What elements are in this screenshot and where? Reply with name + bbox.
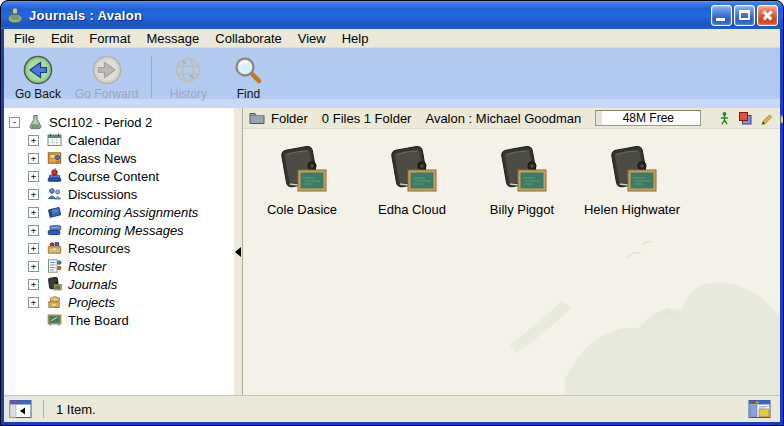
status-separator bbox=[43, 400, 44, 418]
menu-bar: File Edit Format Message Collaborate Vie… bbox=[4, 29, 780, 48]
tree-item-label: Incoming Messages bbox=[68, 223, 184, 238]
app-window: Journals : Avalon File Edit Format Messa… bbox=[0, 0, 784, 426]
toolbar: Go Back Go Forward History Find bbox=[4, 48, 780, 108]
tree-root-sci102[interactable]: - SCI102 - Period 2 bbox=[4, 113, 234, 131]
window-title: Journals : Avalon bbox=[29, 8, 711, 23]
expand-toggle[interactable]: + bbox=[28, 153, 39, 164]
owner-label: Avalon : Michael Goodman bbox=[425, 111, 581, 126]
incoming-messages-icon bbox=[46, 222, 63, 238]
tree-item-the-board[interactable]: The Board bbox=[4, 311, 234, 329]
tree-item-label: Incoming Assignments bbox=[68, 205, 198, 220]
expand-toggle[interactable]: + bbox=[28, 207, 39, 218]
collapse-arrow-icon[interactable] bbox=[235, 247, 241, 257]
journal-item-edha-cloud[interactable]: Edha Cloud bbox=[357, 143, 467, 217]
tree-item-calendar[interactable]: + Calendar bbox=[4, 131, 234, 149]
go-forward-button: Go Forward bbox=[68, 52, 145, 102]
title-bar[interactable]: Journals : Avalon bbox=[1, 1, 783, 29]
expand-toggle[interactable]: + bbox=[28, 135, 39, 146]
layers-icon[interactable] bbox=[738, 111, 753, 126]
projects-icon bbox=[46, 294, 63, 310]
maximize-button[interactable] bbox=[734, 5, 755, 26]
pencil-icon[interactable] bbox=[759, 111, 774, 126]
tree-item-incoming-messages[interactable]: + Incoming Messages bbox=[4, 221, 234, 239]
flask-icon bbox=[27, 114, 44, 130]
right-pane: Folder 0 Files 1 Folder Avalon : Michael… bbox=[243, 108, 780, 395]
history-icon bbox=[172, 54, 204, 86]
expand-toggle[interactable]: + bbox=[28, 225, 39, 236]
go-back-button[interactable]: Go Back bbox=[8, 52, 68, 102]
tree-item-journals[interactable]: + Journals bbox=[4, 275, 234, 293]
go-back-label: Go Back bbox=[15, 87, 61, 101]
journal-item-helen-highwater[interactable]: Helen Highwater bbox=[577, 143, 687, 217]
person-icon[interactable] bbox=[717, 111, 732, 126]
tree-item-incoming-assignments[interactable]: + Incoming Assignments bbox=[4, 203, 234, 221]
course-content-icon bbox=[46, 168, 63, 184]
status-text: 1 Item. bbox=[56, 402, 96, 417]
journals-icon bbox=[46, 276, 63, 292]
tree-root-label: SCI102 - Period 2 bbox=[49, 115, 152, 130]
discussions-icon bbox=[46, 186, 63, 202]
journal-item-label: Cole Dasice bbox=[267, 202, 337, 217]
class-news-icon bbox=[46, 150, 63, 166]
menu-collaborate[interactable]: Collaborate bbox=[207, 30, 290, 47]
go-forward-label: Go Forward bbox=[75, 87, 138, 101]
tree-item-class-news[interactable]: + Class News bbox=[4, 149, 234, 167]
expand-toggle[interactable]: + bbox=[28, 279, 39, 290]
menu-help[interactable]: Help bbox=[334, 30, 377, 47]
menu-file[interactable]: File bbox=[6, 30, 43, 47]
expand-toggle[interactable]: + bbox=[28, 297, 39, 308]
folder-icon bbox=[249, 111, 265, 125]
journal-item-label: Helen Highwater bbox=[584, 202, 680, 217]
resources-icon bbox=[46, 240, 63, 256]
splitter[interactable] bbox=[234, 108, 243, 395]
journal-items-row: Cole Dasice Edha Cloud bbox=[247, 143, 687, 217]
toolbar-separator bbox=[151, 56, 152, 98]
incoming-assignments-icon bbox=[46, 204, 63, 220]
tree-item-label: The Board bbox=[68, 313, 129, 328]
journal-icon bbox=[384, 143, 440, 199]
collapse-toggle[interactable]: - bbox=[9, 117, 20, 128]
find-icon bbox=[232, 54, 264, 86]
tree-item-discussions[interactable]: + Discussions bbox=[4, 185, 234, 203]
journal-item-billy-piggot[interactable]: Billy Piggot bbox=[467, 143, 577, 217]
expand-toggle[interactable]: + bbox=[28, 243, 39, 254]
tree-item-resources[interactable]: + Resources bbox=[4, 239, 234, 257]
tree-item-label: Projects bbox=[68, 295, 115, 310]
tree-item-label: Class News bbox=[68, 151, 137, 166]
course-tree: - SCI102 - Period 2 + Calendar + bbox=[4, 108, 234, 395]
tree-item-roster[interactable]: + Roster bbox=[4, 257, 234, 275]
journal-icon bbox=[604, 143, 660, 199]
history-button: History bbox=[158, 52, 218, 102]
minimize-button[interactable] bbox=[711, 5, 732, 26]
find-button[interactable]: Find bbox=[218, 52, 278, 102]
board-icon bbox=[46, 312, 63, 328]
journal-icon bbox=[494, 143, 550, 199]
expand-toggle[interactable]: + bbox=[28, 171, 39, 182]
tree-item-course-content[interactable]: + Course Content bbox=[4, 167, 234, 185]
panel-toggle-icon[interactable] bbox=[9, 399, 33, 419]
tree-item-label: Calendar bbox=[68, 133, 121, 148]
content-header: Folder 0 Files 1 Folder Avalon : Michael… bbox=[243, 108, 780, 129]
free-space-gauge: 48M Free bbox=[595, 110, 701, 126]
menu-message[interactable]: Message bbox=[139, 30, 208, 47]
folder-view[interactable]: Cole Dasice Edha Cloud bbox=[243, 129, 780, 395]
close-button[interactable] bbox=[757, 5, 778, 26]
expand-toggle[interactable]: + bbox=[28, 189, 39, 200]
item-counts: 0 Files 1 Folder bbox=[322, 111, 412, 126]
tree-item-label: Resources bbox=[68, 241, 130, 256]
layout-icon[interactable] bbox=[748, 399, 772, 419]
app-icon bbox=[6, 6, 24, 24]
tree-item-projects[interactable]: + Projects bbox=[4, 293, 234, 311]
menu-format[interactable]: Format bbox=[81, 30, 138, 47]
folder-type-label: Folder bbox=[271, 111, 308, 126]
expand-toggle[interactable]: + bbox=[28, 261, 39, 272]
free-space-label: 48M Free bbox=[623, 111, 674, 125]
menu-edit[interactable]: Edit bbox=[43, 30, 81, 47]
menu-view[interactable]: View bbox=[290, 30, 334, 47]
history-label: History bbox=[170, 87, 207, 101]
envelope-pencil-icon[interactable] bbox=[780, 111, 784, 126]
journal-icon bbox=[274, 143, 330, 199]
window-controls bbox=[711, 5, 778, 26]
journal-item-cole-dasice[interactable]: Cole Dasice bbox=[247, 143, 357, 217]
tree-item-label: Journals bbox=[68, 277, 117, 292]
